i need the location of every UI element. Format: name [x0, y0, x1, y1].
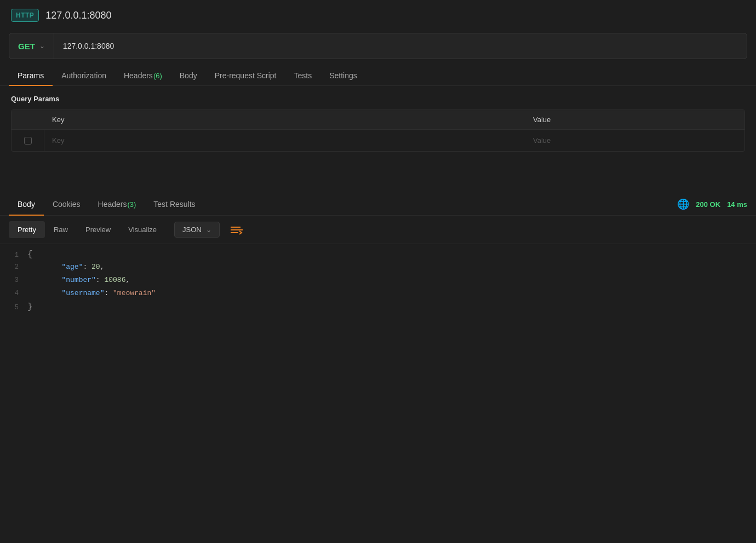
code-line-2: 2 "age": 20,	[0, 263, 756, 276]
wrap-button[interactable]	[225, 222, 248, 238]
json-format-selector[interactable]: JSON ⌄	[174, 222, 220, 238]
tab-settings[interactable]: Settings	[320, 66, 366, 85]
code-line-5: 5 }	[0, 302, 756, 315]
brace-open: {	[27, 250, 33, 259]
response-toolbar: Pretty Raw Preview Visualize JSON ⌄	[0, 216, 756, 244]
url-input[interactable]	[54, 33, 747, 59]
query-params-section: Query Params Key Value Key Value	[0, 86, 756, 160]
chevron-down-icon: ⌄	[39, 42, 45, 50]
code-line-1: 1 {	[0, 250, 756, 263]
val-number: 10086	[104, 276, 125, 284]
wrap-lines-icon	[231, 225, 243, 235]
line-num-2: 2	[0, 263, 27, 271]
line-num-4: 4	[0, 290, 27, 297]
query-params-title: Query Params	[11, 95, 745, 103]
top-bar-title: 127.0.0.1:8080	[45, 10, 111, 21]
checkbox-cell[interactable]	[12, 130, 44, 151]
headers-badge: (6)	[153, 72, 162, 80]
tab-params[interactable]: Params	[9, 66, 53, 85]
response-tab-cookies[interactable]: Cookies	[44, 193, 89, 215]
json-selector-label: JSON	[182, 226, 202, 234]
tab-tests[interactable]: Tests	[285, 66, 321, 85]
response-section: Body Cookies Headers(3) Test Results 🌐 2…	[0, 193, 756, 321]
response-time: 14 ms	[727, 200, 747, 209]
response-code-area: 1 { 2 "age": 20, 3 "number": 10086, 4	[0, 244, 756, 321]
tab-headers[interactable]: Headers(6)	[115, 66, 171, 85]
format-pretty-button[interactable]: Pretty	[9, 221, 45, 238]
request-tabs-row: Params Authorization Headers(6) Body Pre…	[0, 66, 756, 86]
checkbox-header-cell	[12, 110, 44, 129]
row-checkbox[interactable]	[24, 137, 32, 145]
http-badge: HTTP	[11, 9, 39, 22]
format-preview-button[interactable]: Preview	[77, 221, 119, 238]
table-row: Key Value	[12, 130, 744, 151]
line-num-1: 1	[0, 251, 27, 259]
key-cell[interactable]: Key	[44, 130, 525, 151]
response-headers-badge: (3)	[127, 200, 136, 209]
code-line-3: 3 "number": 10086,	[0, 276, 756, 289]
json-selector-chevron: ⌄	[206, 226, 211, 234]
method-label: GET	[18, 42, 35, 51]
key-username: "username"	[61, 289, 104, 297]
brace-close: }	[27, 302, 33, 312]
response-tab-body[interactable]: Body	[9, 193, 44, 215]
response-tabs-row: Body Cookies Headers(3) Test Results 🌐 2…	[0, 193, 756, 216]
line-num-3: 3	[0, 276, 27, 284]
response-status-area: 🌐 200 OK 14 ms	[677, 198, 747, 210]
line-num-5: 5	[0, 304, 27, 311]
response-tab-headers[interactable]: Headers(3)	[89, 193, 145, 215]
tab-pre-request-script[interactable]: Pre-request Script	[206, 66, 285, 85]
tab-body[interactable]: Body	[171, 66, 206, 85]
params-table: Key Value Key Value	[11, 109, 745, 152]
tab-authorization[interactable]: Authorization	[53, 66, 115, 85]
key-number: "number"	[61, 276, 95, 284]
val-username: "meowrain"	[113, 289, 156, 297]
format-raw-button[interactable]: Raw	[45, 221, 77, 238]
response-tab-test-results[interactable]: Test Results	[145, 193, 204, 215]
value-header: Value	[525, 110, 744, 129]
key-age: "age"	[61, 263, 83, 271]
val-age: 20	[91, 263, 100, 271]
table-header: Key Value	[12, 110, 744, 130]
format-visualize-button[interactable]: Visualize	[119, 221, 165, 238]
value-cell[interactable]: Value	[525, 130, 744, 151]
key-header: Key	[44, 110, 525, 129]
method-selector[interactable]: GET ⌄	[9, 33, 54, 59]
globe-icon: 🌐	[677, 198, 689, 210]
status-ok: 200 OK	[696, 200, 720, 209]
url-bar: GET ⌄	[9, 33, 747, 59]
top-bar: HTTP 127.0.0.1:8080	[0, 0, 756, 31]
code-line-4: 4 "username": "meowrain"	[0, 289, 756, 302]
